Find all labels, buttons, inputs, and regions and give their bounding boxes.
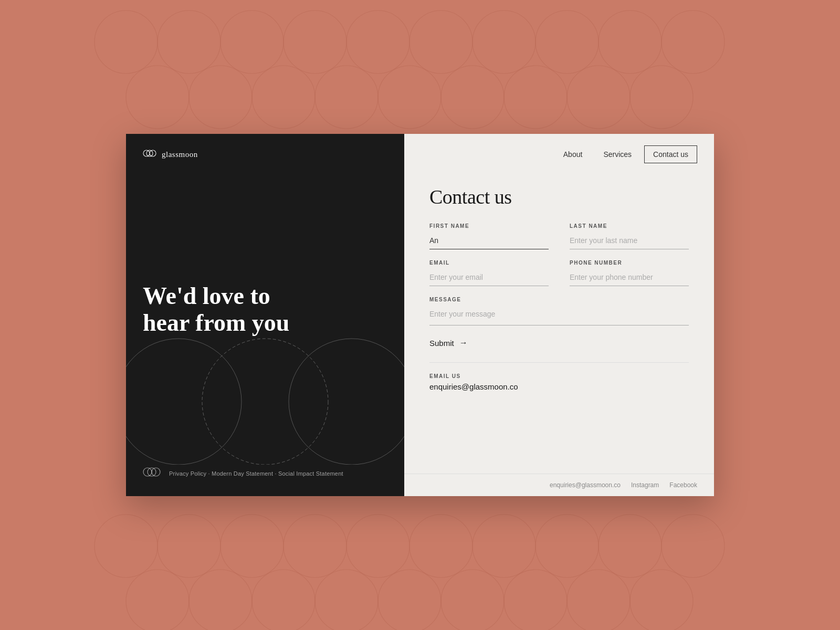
svg-point-32	[315, 570, 378, 630]
svg-point-25	[472, 514, 536, 578]
svg-point-1	[158, 10, 220, 74]
svg-point-21	[220, 514, 284, 578]
main-container: glassmoon We'd love to hear from you	[126, 134, 714, 496]
submit-label: Submit	[429, 339, 454, 348]
first-name-label: FIRST NAME	[429, 223, 549, 229]
footer-facebook[interactable]: Facebook	[669, 481, 697, 489]
contact-row: EMAIL PHONE NUMBER	[429, 260, 689, 286]
circles-decoration	[126, 318, 404, 465]
svg-point-37	[630, 570, 693, 630]
svg-point-10	[126, 66, 189, 129]
email-us-value: enquiries@glassmoon.co	[429, 382, 689, 391]
last-name-label: LAST NAME	[570, 223, 689, 229]
svg-point-6	[472, 10, 536, 74]
message-label: MESSAGE	[429, 297, 689, 302]
footer-links: Privacy Policy · Modern Day Statement · …	[169, 470, 343, 477]
footer-email[interactable]: enquiries@glassmoon.co	[550, 481, 621, 489]
svg-point-12	[252, 66, 315, 129]
svg-point-43	[289, 339, 404, 465]
svg-point-28	[662, 514, 724, 578]
svg-point-42	[202, 339, 328, 465]
message-row: MESSAGE	[429, 297, 689, 326]
svg-point-26	[536, 514, 598, 578]
logo-text: glassmoon	[162, 150, 198, 159]
svg-point-9	[662, 10, 724, 74]
svg-point-11	[189, 66, 252, 129]
footer-logo-icon	[143, 466, 161, 481]
svg-point-20	[158, 514, 220, 578]
svg-point-5	[410, 10, 472, 74]
left-header: glassmoon	[143, 149, 387, 161]
right-footer: enquiries@glassmoon.co Instagram Faceboo…	[404, 474, 714, 496]
svg-point-2	[220, 10, 284, 74]
svg-point-33	[378, 570, 441, 630]
left-footer: Privacy Policy · Modern Day Statement · …	[143, 466, 387, 481]
phone-input[interactable]	[570, 270, 689, 286]
navigation: About Services Contact us	[404, 134, 714, 175]
svg-point-22	[284, 514, 346, 578]
last-name-input[interactable]	[570, 233, 689, 249]
svg-point-41	[126, 339, 242, 465]
name-row: FIRST NAME LAST NAME	[429, 223, 689, 249]
message-field: MESSAGE	[429, 297, 689, 326]
svg-point-31	[252, 570, 315, 630]
email-field: EMAIL	[429, 260, 549, 286]
submit-row: Submit →	[429, 338, 689, 348]
email-section: EMAIL US enquiries@glassmoon.co	[429, 362, 689, 391]
svg-point-35	[504, 570, 567, 630]
svg-point-18	[630, 66, 693, 129]
svg-point-14	[378, 66, 441, 129]
nav-about[interactable]: About	[555, 146, 591, 163]
svg-point-4	[346, 10, 410, 74]
message-input[interactable]	[429, 307, 689, 326]
submit-arrow-icon: →	[459, 338, 468, 348]
submit-button[interactable]: Submit →	[429, 338, 468, 348]
email-us-label: EMAIL US	[429, 373, 689, 379]
svg-point-16	[504, 66, 567, 129]
svg-point-7	[536, 10, 598, 74]
nav-contact[interactable]: Contact us	[644, 145, 697, 163]
svg-point-19	[94, 514, 158, 578]
email-label: EMAIL	[429, 260, 549, 266]
nav-services[interactable]: Services	[595, 146, 640, 163]
svg-point-29	[126, 570, 189, 630]
svg-point-36	[567, 570, 630, 630]
form-title: Contact us	[429, 185, 689, 208]
phone-field: PHONE NUMBER	[570, 260, 689, 286]
svg-point-23	[346, 514, 410, 578]
first-name-field: FIRST NAME	[429, 223, 549, 249]
svg-point-17	[567, 66, 630, 129]
footer-instagram[interactable]: Instagram	[631, 481, 659, 489]
right-panel: About Services Contact us Contact us FIR…	[404, 134, 714, 496]
logo-icon	[143, 149, 156, 161]
last-name-field: LAST NAME	[570, 223, 689, 249]
first-name-input[interactable]	[429, 233, 549, 249]
svg-point-13	[315, 66, 378, 129]
svg-point-30	[189, 570, 252, 630]
svg-point-24	[410, 514, 472, 578]
phone-label: PHONE NUMBER	[570, 260, 689, 266]
form-area: Contact us FIRST NAME LAST NAME EMAIL	[404, 175, 714, 474]
email-input[interactable]	[429, 270, 549, 286]
svg-point-8	[598, 10, 662, 74]
svg-point-34	[441, 570, 504, 630]
svg-point-27	[598, 514, 662, 578]
svg-point-15	[441, 66, 504, 129]
svg-point-3	[284, 10, 346, 74]
svg-point-0	[94, 10, 158, 74]
left-panel: glassmoon We'd love to hear from you	[126, 134, 404, 496]
